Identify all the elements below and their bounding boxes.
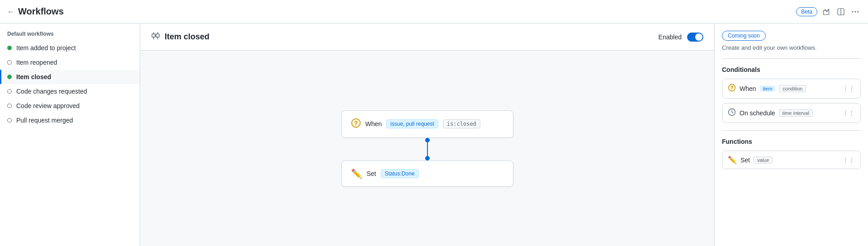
functions-divider — [722, 130, 861, 131]
sidebar-item-label: Code review approved — [16, 102, 80, 109]
workflow-controls: Enabled — [659, 33, 703, 42]
set-func-left: ✏️ Set value — [728, 156, 773, 164]
when-question-icon: ? — [728, 84, 736, 92]
question-circle-icon: ? — [351, 118, 361, 128]
on-schedule-cond-tag: time interval — [779, 109, 813, 117]
when-cond-tag-condition: condition — [779, 85, 806, 92]
on-schedule-cond-label: On schedule — [740, 109, 775, 117]
when-label: When — [365, 120, 382, 128]
main-layout: Default workflows Item added to project … — [0, 24, 868, 246]
sidebar-item-item-reopened[interactable]: Item reopened — [0, 55, 140, 70]
header-right: Beta — [796, 6, 861, 17]
svg-point-4 — [858, 11, 859, 12]
coming-soon-badge: Coming soon — [722, 31, 766, 41]
app-header: ← Workflows Beta — [0, 0, 868, 24]
sidebar-item-code-changes[interactable]: Code changes requested — [0, 84, 140, 99]
when-cond-tag-item: item — [760, 85, 776, 92]
workflow-node-icon — [151, 31, 160, 40]
workflow-header: Item closed Enabled — [140, 24, 714, 51]
set-node-icon: ✏️ — [351, 168, 362, 179]
functions-title: Functions — [722, 138, 861, 145]
set-tag-status[interactable]: Status:Done — [381, 169, 419, 178]
flow-diagram: ? When issue, pull request is:closed ✏️ — [342, 110, 513, 187]
sidebar-item-label: Code changes requested — [16, 88, 87, 95]
workflow-canvas: ? When issue, pull request is:closed ✏️ — [140, 51, 714, 246]
app-title: Workflows — [18, 6, 64, 17]
beta-badge: Beta — [796, 7, 817, 16]
chart-icon — [823, 8, 830, 15]
workflow-title: Item closed — [165, 32, 209, 42]
split-view-button[interactable] — [835, 6, 846, 17]
header-left: ← Workflows — [7, 6, 64, 17]
back-icon: ← — [7, 8, 14, 16]
back-button[interactable]: ← — [7, 8, 14, 16]
split-view-icon — [837, 8, 844, 15]
set-func-icon: ✏️ — [728, 156, 737, 164]
when-node[interactable]: ? When issue, pull request is:closed — [342, 110, 513, 138]
enabled-toggle[interactable] — [687, 33, 703, 42]
sidebar-section-title: Default workflows — [0, 31, 140, 41]
on-schedule-conditional-row[interactable]: On schedule time interval ⋮⋮ — [722, 103, 861, 123]
workflow-header-icon — [151, 31, 160, 43]
connector-dot-top — [425, 138, 430, 142]
dot-green-icon — [7, 75, 12, 79]
conditionals-title: Conditionals — [722, 66, 861, 73]
when-cond-icon: ? — [728, 84, 736, 94]
sidebar-item-item-added[interactable]: Item added to project — [0, 41, 140, 55]
drag-handle-on-schedule: ⋮⋮ — [842, 109, 855, 117]
sidebar-item-code-review[interactable]: Code review approved — [0, 99, 140, 113]
main-content: Item closed Enabled ? When — [140, 24, 714, 246]
dot-empty-icon — [7, 89, 12, 94]
dot-empty-icon — [7, 118, 12, 123]
set-func-label: Set — [740, 156, 750, 164]
connector-dot-bottom — [425, 156, 430, 161]
sidebar-item-label: Pull request merged — [16, 117, 73, 124]
sidebar-item-label: Item reopened — [16, 59, 57, 66]
when-node-icon: ? — [351, 118, 361, 130]
right-panel: Coming soon Create and edit your own wor… — [714, 24, 868, 246]
dot-empty-icon — [7, 60, 12, 65]
svg-point-2 — [852, 11, 854, 12]
dot-empty-icon — [7, 104, 12, 108]
sidebar-item-pull-request[interactable]: Pull request merged — [0, 113, 140, 128]
sidebar: Default workflows Item added to project … — [0, 24, 140, 246]
drag-handle-set: ⋮⋮ — [842, 156, 855, 164]
when-cond-label: When — [740, 85, 756, 92]
drag-handle-when: ⋮⋮ — [842, 85, 855, 92]
set-node[interactable]: ✏️ Set Status:Done — [342, 161, 513, 187]
enabled-label: Enabled — [659, 33, 682, 41]
svg-rect-5 — [152, 34, 155, 37]
when-cond-left: ? When item condition — [728, 84, 806, 94]
more-options-button[interactable] — [850, 6, 861, 17]
when-tag-closed[interactable]: is:closed — [443, 119, 480, 128]
svg-text:?: ? — [730, 85, 733, 90]
chart-button[interactable] — [821, 6, 832, 17]
svg-rect-6 — [156, 34, 159, 37]
on-schedule-cond-left: On schedule time interval — [728, 108, 813, 118]
flow-connector — [425, 138, 430, 161]
right-panel-description: Create and edit your own workflows. — [722, 44, 861, 59]
sidebar-item-label: Item closed — [16, 73, 51, 80]
when-tag-issue[interactable]: issue, pull request — [386, 119, 438, 128]
set-label: Set — [367, 170, 376, 177]
dot-green-icon — [7, 46, 12, 50]
when-conditional-row[interactable]: ? When item condition ⋮⋮ — [722, 79, 861, 99]
sidebar-item-item-closed[interactable]: Item closed — [0, 70, 140, 84]
sidebar-item-label: Item added to project — [16, 44, 76, 52]
set-function-row[interactable]: ✏️ Set value ⋮⋮ — [722, 151, 861, 169]
more-options-icon — [852, 8, 859, 15]
svg-point-3 — [855, 11, 856, 12]
connector-line — [427, 142, 428, 156]
clock-icon — [728, 108, 736, 116]
svg-text:?: ? — [354, 120, 357, 126]
set-func-tag: value — [754, 156, 773, 164]
workflow-title-area: Item closed — [151, 31, 209, 43]
on-schedule-cond-icon — [728, 108, 736, 118]
